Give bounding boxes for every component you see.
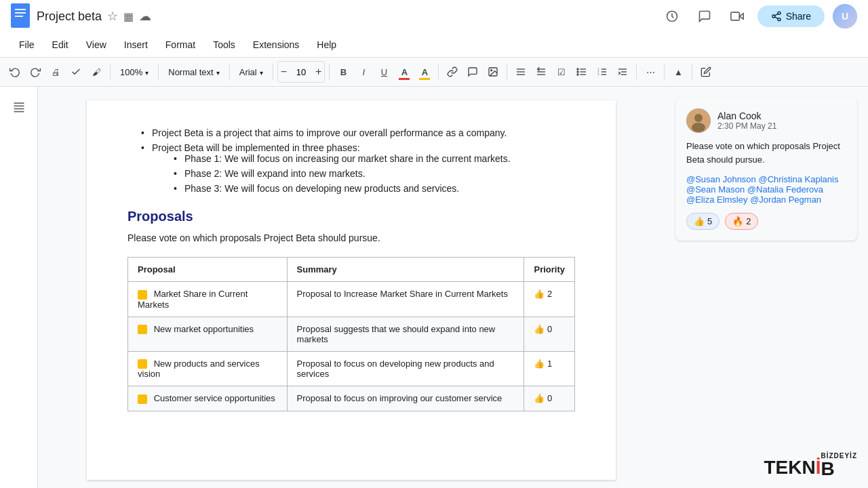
svg-point-7 (778, 12, 781, 14)
cloud-icon[interactable]: ☁ (139, 9, 151, 24)
proposal-icon (138, 359, 147, 369)
share-button[interactable]: Share (757, 5, 825, 27)
reaction-count-0: 5 (707, 216, 712, 226)
font-color-button[interactable]: A (395, 61, 414, 83)
bold-button[interactable]: B (334, 61, 353, 83)
menu-tools[interactable]: Tools (205, 37, 243, 53)
underline-button[interactable]: U (374, 61, 393, 83)
list-item: Phase 1: We will focus on increasing our… (174, 153, 575, 164)
divider-10 (692, 64, 692, 80)
proposals-table: Proposal Summary Priority Market Share i… (127, 257, 575, 411)
star-icon[interactable]: ☆ (107, 9, 118, 24)
italic-button[interactable]: I (354, 61, 373, 83)
drive-icon[interactable]: ▦ (123, 10, 134, 23)
reaction-thumbsup[interactable]: 👍 5 (686, 213, 719, 230)
mention-0[interactable]: @Susan Johnson (686, 174, 756, 184)
svg-point-24 (577, 71, 578, 73)
checklist-button[interactable]: ☑ (552, 61, 571, 83)
video-call-icon[interactable] (725, 4, 749, 28)
top-right-actions: Share U (660, 4, 857, 28)
toolbar: 🖨 🖌 100% Normal text Arial − + B I U A A (0, 57, 868, 87)
more-options-button[interactable]: ⋯ (641, 61, 660, 83)
menu-extensions[interactable]: Extensions (245, 37, 307, 53)
user-avatar[interactable]: U (833, 4, 857, 28)
divider-4 (273, 64, 273, 80)
comment-header: Alan Cook 2:30 PM May 21 (686, 108, 846, 133)
svg-rect-6 (730, 12, 739, 20)
highlight-button[interactable]: A (415, 61, 434, 83)
font-size-decrease[interactable]: − (278, 66, 290, 77)
sidebar-outline-icon[interactable] (7, 95, 31, 119)
doc-title[interactable]: Project beta (37, 9, 102, 24)
divider-9 (664, 64, 665, 80)
svg-text:3: 3 (598, 73, 600, 76)
spellcheck-button[interactable] (66, 61, 85, 83)
comments-icon[interactable] (692, 4, 717, 28)
comment-card: Alan Cook 2:30 PM May 21 Please vote on … (675, 98, 857, 241)
table-header-row: Proposal Summary Priority (128, 258, 575, 282)
table-row: Market Share in Current Markets Proposal… (128, 282, 575, 317)
image-button[interactable] (484, 61, 502, 83)
mention-5[interactable]: @Jordan Pegman (750, 195, 821, 205)
summary-cell: Proposal suggests that we should expand … (287, 317, 524, 351)
comment-timestamp: 2:30 PM May 21 (717, 121, 776, 131)
zoom-chevron (145, 67, 149, 77)
edit-mode-button[interactable] (696, 61, 715, 83)
link-button[interactable] (443, 61, 462, 83)
reaction-fire[interactable]: 🔥 2 (725, 213, 758, 230)
paint-format-button[interactable]: 🖌 (87, 61, 106, 83)
text-style-select[interactable]: Normal text (163, 61, 224, 83)
svg-point-23 (577, 68, 578, 70)
svg-rect-3 (15, 16, 23, 17)
mention-2[interactable]: @Sean Mason (686, 184, 745, 195)
menu-help[interactable]: Help (309, 37, 344, 53)
divider-6 (438, 64, 439, 80)
print-button[interactable]: 🖨 (46, 61, 65, 83)
list-item: Phase 3: We will focus on developing new… (174, 183, 575, 194)
commenter-name: Alan Cook (717, 110, 776, 121)
numbered-list-button[interactable]: 1 2 3 (593, 61, 612, 83)
reaction-emoji-0: 👍 (694, 216, 705, 226)
divider-1 (110, 64, 111, 80)
table-row: Customer service opportunities Proposal … (128, 386, 575, 411)
menu-bar: File Edit View Insert Format Tools Exten… (0, 33, 868, 57)
align-button[interactable] (511, 61, 530, 83)
summary-cell: Proposal to Increase Market Share in Cur… (287, 282, 524, 317)
svg-rect-1 (15, 9, 26, 10)
divider-5 (329, 64, 330, 80)
font-size-increase[interactable]: + (313, 66, 324, 77)
mention-3[interactable]: @Natalia Federova (747, 184, 823, 195)
summary-cell: Proposal to focus on developing new prod… (287, 351, 524, 386)
undo-button[interactable] (5, 61, 24, 83)
list-item: Project Beta is a project that aims to i… (141, 127, 575, 138)
menu-view[interactable]: View (78, 37, 115, 53)
svg-marker-5 (739, 14, 743, 19)
indent-button[interactable] (613, 61, 632, 83)
mention-4[interactable]: @Eliza Elmsley (686, 195, 748, 205)
mention-1[interactable]: @Christina Kaplanis (758, 174, 838, 184)
proposal-name-cell: New products and services vision (128, 351, 288, 386)
menu-edit[interactable]: Edit (44, 37, 77, 53)
line-spacing-button[interactable] (532, 61, 551, 83)
font-select[interactable]: Arial (234, 61, 269, 83)
intro-bullet-list: Project Beta is a project that aims to i… (127, 127, 575, 194)
priority-cell: 👍 0 (524, 317, 575, 351)
zoom-select[interactable]: 100% (115, 61, 154, 83)
document-area[interactable]: Project Beta is a project that aims to i… (38, 87, 665, 488)
redo-button[interactable] (26, 61, 45, 83)
bullet-list-button[interactable] (572, 61, 591, 83)
menu-format[interactable]: Format (157, 37, 203, 53)
proposal-name-cell: Market Share in Current Markets (128, 282, 288, 317)
list-item: Phase 2: We will expand into new markets… (174, 168, 575, 179)
priority-cell: 👍 2 (524, 282, 575, 317)
divider-8 (636, 64, 637, 80)
comment-button[interactable] (463, 61, 482, 83)
collapse-toolbar-button[interactable]: ▲ (669, 61, 688, 83)
font-chevron (260, 67, 263, 77)
col-header-proposal: Proposal (128, 258, 288, 282)
menu-file[interactable]: File (11, 37, 43, 53)
history-icon[interactable] (660, 4, 684, 28)
font-size-input[interactable] (290, 67, 313, 77)
menu-insert[interactable]: Insert (116, 37, 156, 53)
gdocs-icon (11, 3, 30, 30)
